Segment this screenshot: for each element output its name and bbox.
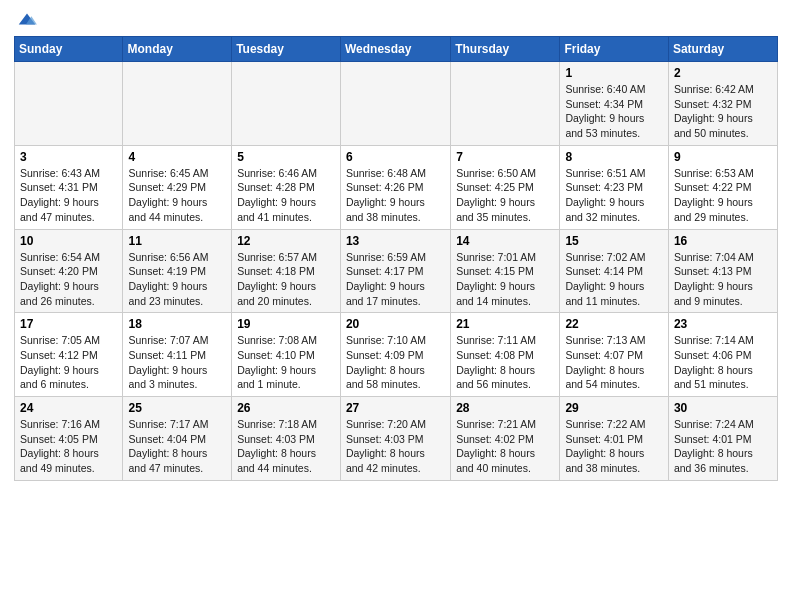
day-detail: Sunrise: 6:59 AM Sunset: 4:17 PM Dayligh… — [346, 250, 445, 309]
day-detail: Sunrise: 7:01 AM Sunset: 4:15 PM Dayligh… — [456, 250, 554, 309]
day-number: 4 — [128, 150, 226, 164]
calendar-cell: 10Sunrise: 6:54 AM Sunset: 4:20 PM Dayli… — [15, 229, 123, 313]
day-detail: Sunrise: 6:53 AM Sunset: 4:22 PM Dayligh… — [674, 166, 772, 225]
day-number: 6 — [346, 150, 445, 164]
calendar-cell: 26Sunrise: 7:18 AM Sunset: 4:03 PM Dayli… — [232, 397, 341, 481]
day-number: 5 — [237, 150, 335, 164]
day-detail: Sunrise: 6:51 AM Sunset: 4:23 PM Dayligh… — [565, 166, 662, 225]
day-detail: Sunrise: 7:17 AM Sunset: 4:04 PM Dayligh… — [128, 417, 226, 476]
day-detail: Sunrise: 7:24 AM Sunset: 4:01 PM Dayligh… — [674, 417, 772, 476]
day-number: 13 — [346, 234, 445, 248]
calendar-cell: 30Sunrise: 7:24 AM Sunset: 4:01 PM Dayli… — [668, 397, 777, 481]
calendar-cell: 20Sunrise: 7:10 AM Sunset: 4:09 PM Dayli… — [340, 313, 450, 397]
day-header-saturday: Saturday — [668, 37, 777, 62]
day-number: 14 — [456, 234, 554, 248]
calendar-cell: 15Sunrise: 7:02 AM Sunset: 4:14 PM Dayli… — [560, 229, 668, 313]
day-number: 11 — [128, 234, 226, 248]
day-number: 18 — [128, 317, 226, 331]
day-number: 24 — [20, 401, 117, 415]
day-detail: Sunrise: 6:48 AM Sunset: 4:26 PM Dayligh… — [346, 166, 445, 225]
day-header-monday: Monday — [123, 37, 232, 62]
calendar-table: SundayMondayTuesdayWednesdayThursdayFrid… — [14, 36, 778, 481]
day-detail: Sunrise: 7:10 AM Sunset: 4:09 PM Dayligh… — [346, 333, 445, 392]
day-detail: Sunrise: 7:13 AM Sunset: 4:07 PM Dayligh… — [565, 333, 662, 392]
day-number: 10 — [20, 234, 117, 248]
calendar-cell: 19Sunrise: 7:08 AM Sunset: 4:10 PM Dayli… — [232, 313, 341, 397]
day-detail: Sunrise: 6:54 AM Sunset: 4:20 PM Dayligh… — [20, 250, 117, 309]
calendar-cell — [15, 62, 123, 146]
calendar-week-4: 17Sunrise: 7:05 AM Sunset: 4:12 PM Dayli… — [15, 313, 778, 397]
day-number: 22 — [565, 317, 662, 331]
day-header-friday: Friday — [560, 37, 668, 62]
day-detail: Sunrise: 6:42 AM Sunset: 4:32 PM Dayligh… — [674, 82, 772, 141]
calendar-cell: 12Sunrise: 6:57 AM Sunset: 4:18 PM Dayli… — [232, 229, 341, 313]
calendar-cell: 3Sunrise: 6:43 AM Sunset: 4:31 PM Daylig… — [15, 145, 123, 229]
calendar-cell: 17Sunrise: 7:05 AM Sunset: 4:12 PM Dayli… — [15, 313, 123, 397]
day-detail: Sunrise: 7:21 AM Sunset: 4:02 PM Dayligh… — [456, 417, 554, 476]
day-number: 16 — [674, 234, 772, 248]
calendar-cell: 25Sunrise: 7:17 AM Sunset: 4:04 PM Dayli… — [123, 397, 232, 481]
day-header-thursday: Thursday — [451, 37, 560, 62]
day-detail: Sunrise: 7:05 AM Sunset: 4:12 PM Dayligh… — [20, 333, 117, 392]
day-detail: Sunrise: 6:56 AM Sunset: 4:19 PM Dayligh… — [128, 250, 226, 309]
calendar-cell: 29Sunrise: 7:22 AM Sunset: 4:01 PM Dayli… — [560, 397, 668, 481]
day-detail: Sunrise: 7:22 AM Sunset: 4:01 PM Dayligh… — [565, 417, 662, 476]
day-number: 12 — [237, 234, 335, 248]
day-detail: Sunrise: 7:16 AM Sunset: 4:05 PM Dayligh… — [20, 417, 117, 476]
day-detail: Sunrise: 7:14 AM Sunset: 4:06 PM Dayligh… — [674, 333, 772, 392]
day-number: 20 — [346, 317, 445, 331]
day-detail: Sunrise: 7:08 AM Sunset: 4:10 PM Dayligh… — [237, 333, 335, 392]
day-number: 23 — [674, 317, 772, 331]
calendar-cell: 1Sunrise: 6:40 AM Sunset: 4:34 PM Daylig… — [560, 62, 668, 146]
calendar-cell: 21Sunrise: 7:11 AM Sunset: 4:08 PM Dayli… — [451, 313, 560, 397]
day-number: 28 — [456, 401, 554, 415]
day-detail: Sunrise: 7:20 AM Sunset: 4:03 PM Dayligh… — [346, 417, 445, 476]
calendar-cell: 23Sunrise: 7:14 AM Sunset: 4:06 PM Dayli… — [668, 313, 777, 397]
day-detail: Sunrise: 6:46 AM Sunset: 4:28 PM Dayligh… — [237, 166, 335, 225]
calendar-cell: 4Sunrise: 6:45 AM Sunset: 4:29 PM Daylig… — [123, 145, 232, 229]
calendar-cell: 18Sunrise: 7:07 AM Sunset: 4:11 PM Dayli… — [123, 313, 232, 397]
page-header — [14, 10, 778, 30]
day-number: 25 — [128, 401, 226, 415]
calendar-cell — [123, 62, 232, 146]
day-detail: Sunrise: 6:50 AM Sunset: 4:25 PM Dayligh… — [456, 166, 554, 225]
day-number: 29 — [565, 401, 662, 415]
day-number: 3 — [20, 150, 117, 164]
day-header-sunday: Sunday — [15, 37, 123, 62]
day-number: 2 — [674, 66, 772, 80]
day-detail: Sunrise: 6:40 AM Sunset: 4:34 PM Dayligh… — [565, 82, 662, 141]
calendar-cell — [451, 62, 560, 146]
day-header-tuesday: Tuesday — [232, 37, 341, 62]
logo-icon — [16, 8, 38, 30]
calendar-cell: 8Sunrise: 6:51 AM Sunset: 4:23 PM Daylig… — [560, 145, 668, 229]
calendar-cell: 22Sunrise: 7:13 AM Sunset: 4:07 PM Dayli… — [560, 313, 668, 397]
calendar-cell: 28Sunrise: 7:21 AM Sunset: 4:02 PM Dayli… — [451, 397, 560, 481]
day-number: 1 — [565, 66, 662, 80]
calendar-cell — [232, 62, 341, 146]
day-number: 21 — [456, 317, 554, 331]
day-detail: Sunrise: 7:07 AM Sunset: 4:11 PM Dayligh… — [128, 333, 226, 392]
calendar-cell: 24Sunrise: 7:16 AM Sunset: 4:05 PM Dayli… — [15, 397, 123, 481]
calendar-cell: 2Sunrise: 6:42 AM Sunset: 4:32 PM Daylig… — [668, 62, 777, 146]
calendar-cell — [340, 62, 450, 146]
calendar-header-row: SundayMondayTuesdayWednesdayThursdayFrid… — [15, 37, 778, 62]
calendar-cell: 5Sunrise: 6:46 AM Sunset: 4:28 PM Daylig… — [232, 145, 341, 229]
day-number: 30 — [674, 401, 772, 415]
calendar-week-1: 1Sunrise: 6:40 AM Sunset: 4:34 PM Daylig… — [15, 62, 778, 146]
day-detail: Sunrise: 6:57 AM Sunset: 4:18 PM Dayligh… — [237, 250, 335, 309]
calendar-week-5: 24Sunrise: 7:16 AM Sunset: 4:05 PM Dayli… — [15, 397, 778, 481]
day-number: 17 — [20, 317, 117, 331]
day-detail: Sunrise: 7:18 AM Sunset: 4:03 PM Dayligh… — [237, 417, 335, 476]
day-number: 26 — [237, 401, 335, 415]
day-number: 15 — [565, 234, 662, 248]
day-number: 9 — [674, 150, 772, 164]
day-detail: Sunrise: 6:43 AM Sunset: 4:31 PM Dayligh… — [20, 166, 117, 225]
calendar-cell: 14Sunrise: 7:01 AM Sunset: 4:15 PM Dayli… — [451, 229, 560, 313]
calendar-cell: 13Sunrise: 6:59 AM Sunset: 4:17 PM Dayli… — [340, 229, 450, 313]
calendar-week-2: 3Sunrise: 6:43 AM Sunset: 4:31 PM Daylig… — [15, 145, 778, 229]
day-number: 7 — [456, 150, 554, 164]
day-detail: Sunrise: 7:04 AM Sunset: 4:13 PM Dayligh… — [674, 250, 772, 309]
calendar-week-3: 10Sunrise: 6:54 AM Sunset: 4:20 PM Dayli… — [15, 229, 778, 313]
calendar-cell: 16Sunrise: 7:04 AM Sunset: 4:13 PM Dayli… — [668, 229, 777, 313]
calendar-cell: 11Sunrise: 6:56 AM Sunset: 4:19 PM Dayli… — [123, 229, 232, 313]
